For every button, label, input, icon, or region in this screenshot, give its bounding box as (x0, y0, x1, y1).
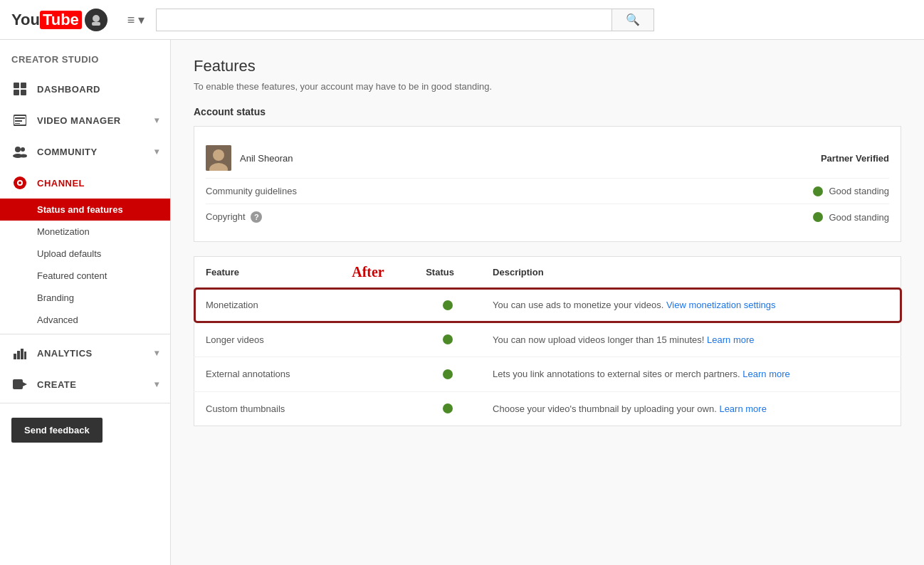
svg-rect-1 (92, 22, 100, 26)
feature-after-monetization (335, 288, 414, 323)
sidebar-item-community[interactable]: COMMUNITY ▾ (0, 136, 170, 167)
logo-you: You (11, 11, 40, 29)
search-input[interactable] (156, 9, 611, 31)
copyright-help-icon[interactable]: ? (251, 211, 262, 223)
sidebar-subitem-featured-content[interactable]: Featured content (0, 265, 170, 287)
longer-videos-link[interactable]: Learn more (707, 334, 754, 345)
sidebar-item-dashboard[interactable]: DASHBOARD (0, 73, 170, 105)
col-status: Status (414, 257, 481, 288)
svg-rect-17 (14, 354, 16, 359)
page-subtitle: To enable these features, your account m… (194, 81, 901, 92)
sidebar-title: CREATOR STUDIO (0, 40, 170, 73)
copyright-dot (813, 212, 823, 222)
features-table: Feature After Status Description Monetiz… (194, 256, 901, 426)
sidebar-item-analytics[interactable]: ANALYTICS ▾ (0, 337, 170, 369)
monetization-status-dot (443, 300, 453, 310)
svg-rect-3 (21, 83, 26, 88)
dashboard-icon (11, 80, 28, 97)
svg-rect-21 (13, 379, 23, 389)
col-description: Description (481, 257, 901, 288)
sidebar-divider (0, 334, 170, 334)
svg-rect-7 (15, 117, 25, 119)
logo-badge (85, 9, 107, 31)
sidebar-divider-2 (0, 403, 170, 403)
feature-desc-external-annotations: Lets you link annotations to external si… (481, 357, 901, 392)
longer-videos-status-dot (443, 334, 453, 344)
analytics-label: ANALYTICS (37, 348, 93, 359)
svg-point-24 (213, 149, 224, 161)
table-header-row: Feature After Status Description (194, 257, 901, 288)
feature-status-external-annotations (414, 357, 481, 392)
account-status-title: Account status (194, 106, 901, 117)
community-guidelines-status: Good standing (829, 186, 889, 196)
create-icon (11, 376, 28, 393)
feature-status-monetization (414, 288, 481, 323)
video-manager-label: VIDEO MANAGER (37, 115, 121, 126)
custom-thumbnails-link[interactable]: Learn more (719, 403, 766, 414)
col-feature: Feature (194, 257, 335, 288)
sidebar-subitem-status-features[interactable]: Status and features (0, 199, 170, 221)
svg-rect-5 (21, 90, 26, 95)
sidebar-subitem-upload-defaults[interactable]: Upload defaults (0, 243, 170, 265)
svg-rect-19 (21, 349, 23, 359)
channel-svg (13, 176, 27, 190)
logo-badge-icon (89, 13, 103, 27)
feature-desc-custom-thumbnails: Choose your video's thumbnail by uploadi… (481, 391, 901, 426)
video-manager-arrow: ▾ (154, 115, 159, 125)
search-button[interactable]: 🔍 (611, 9, 654, 31)
feature-after-longer-videos (335, 322, 414, 357)
after-label: After (352, 264, 384, 280)
svg-point-11 (21, 147, 25, 152)
create-arrow: ▾ (154, 379, 159, 389)
account-user-row: Anil Sheoran Partner Verified (206, 138, 889, 179)
dashboard-label: DASHBOARD (37, 84, 100, 95)
svg-marker-22 (23, 382, 27, 386)
community-svg (13, 145, 27, 158)
feature-status-longer-videos (414, 322, 481, 357)
table-row-longer-videos: Longer videos You can now upload videos … (194, 322, 901, 357)
hamburger-button[interactable]: ≡ ▾ (122, 9, 151, 31)
sidebar-item-create[interactable]: CREATE ▾ (0, 369, 170, 400)
col-after: After (335, 257, 414, 288)
analytics-svg (14, 347, 26, 359)
header: YouTube ≡ ▾ 🔍 (0, 0, 924, 40)
search-bar: 🔍 (156, 9, 654, 31)
external-annotations-link[interactable]: Learn more (742, 369, 789, 379)
analytics-icon (11, 344, 28, 361)
feature-name-external-annotations: External annotations (194, 357, 335, 392)
sidebar-item-video-manager[interactable]: VIDEO MANAGER ▾ (0, 105, 170, 136)
table-row-external-annotations: External annotations Lets you link annot… (194, 357, 901, 392)
feature-after-external-annotations (335, 357, 414, 392)
svg-rect-20 (24, 352, 26, 359)
table-row-monetization: Monetization You can use ads to monetize… (194, 288, 901, 323)
send-feedback-button[interactable]: Send feedback (11, 418, 103, 443)
sidebar-item-channel[interactable]: CHANNEL (0, 167, 170, 199)
svg-point-16 (19, 181, 21, 184)
svg-point-0 (93, 15, 100, 22)
channel-icon (11, 174, 28, 191)
create-label: CREATE (37, 379, 76, 390)
video-manager-svg (14, 114, 26, 127)
logo-tube: Tube (40, 11, 82, 29)
sidebar-subitem-branding[interactable]: Branding (0, 287, 170, 309)
avatar-image (206, 145, 231, 171)
layout: CREATOR STUDIO DASHBOARD (0, 40, 924, 565)
sidebar-subitem-advanced[interactable]: Advanced (0, 309, 170, 331)
community-guidelines-label: Community guidelines (206, 186, 813, 196)
account-status-card: Anil Sheoran Partner Verified Community … (194, 126, 901, 242)
monetization-link[interactable]: View monetization settings (666, 300, 776, 310)
video-manager-icon (11, 112, 28, 129)
svg-rect-8 (15, 120, 22, 122)
analytics-arrow: ▾ (154, 348, 159, 358)
page-title: Features (194, 57, 901, 75)
feature-name-custom-thumbnails: Custom thumbnails (194, 391, 335, 426)
community-arrow: ▾ (154, 147, 159, 157)
svg-rect-2 (14, 83, 19, 88)
feature-desc-monetization: You can use ads to monetize your videos.… (481, 288, 901, 323)
account-badge: Partner Verified (821, 153, 889, 164)
account-name: Anil Sheoran (240, 153, 821, 164)
sidebar-subitem-monetization[interactable]: Monetization (0, 221, 170, 243)
copyright-label: Copyright ? (206, 211, 813, 223)
community-guidelines-dot (813, 186, 823, 196)
svg-rect-9 (15, 123, 20, 124)
